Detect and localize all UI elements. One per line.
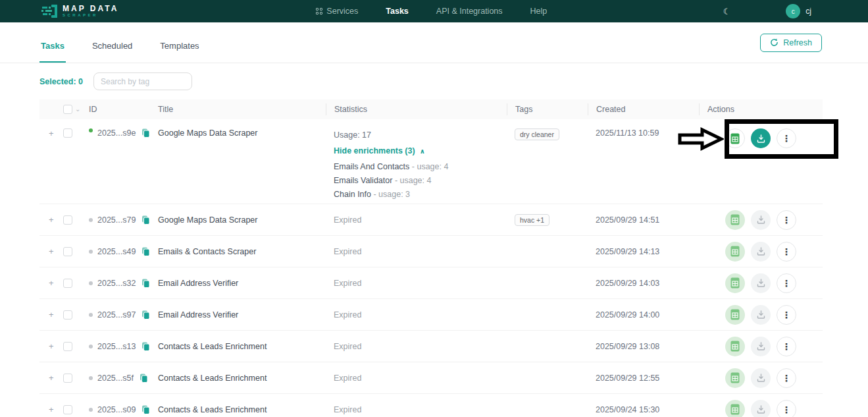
hide-enrichments-link[interactable]: Hide enrichments (3) ∧	[334, 144, 448, 158]
expand-row-button[interactable]: +	[39, 215, 54, 225]
dark-mode-moon-icon[interactable]: ☾	[723, 7, 731, 16]
created-date: 2025/11/13 10:59	[596, 128, 659, 138]
tab-templates[interactable]: Templates	[159, 41, 200, 63]
tag-badge[interactable]: hvac +1	[515, 214, 549, 226]
export-sheets-button[interactable]	[725, 305, 745, 325]
task-title[interactable]: Email Address Verifier	[158, 310, 238, 320]
copy-id-icon[interactable]	[141, 279, 150, 288]
expand-row-button[interactable]: +	[39, 373, 54, 383]
copy-id-icon[interactable]	[141, 405, 150, 414]
table-row[interactable]: + 2025...s32 Email Address Verifier Expi…	[39, 267, 823, 299]
task-title[interactable]: Contacts & Leads Enrichment	[158, 342, 267, 351]
row-checkbox[interactable]	[63, 247, 72, 256]
download-button[interactable]	[751, 305, 771, 325]
row-checkbox[interactable]	[63, 279, 72, 288]
table-row[interactable]: + 2025...s79 Google Maps Data Scraper Ex…	[39, 204, 823, 236]
row-actions: ⋮	[725, 128, 796, 148]
download-button[interactable]	[751, 210, 771, 230]
expand-row-button[interactable]: +	[39, 246, 54, 256]
download-button[interactable]	[751, 242, 771, 262]
download-button[interactable]	[751, 400, 771, 417]
tab-tasks[interactable]: Tasks	[39, 41, 66, 63]
app-header: MAP DATA SCRAPER Services Tasks API & In…	[0, 0, 868, 22]
export-sheets-button[interactable]	[725, 128, 745, 148]
user-menu[interactable]: c cj	[786, 4, 811, 18]
more-options-button[interactable]: ⋮	[777, 305, 796, 325]
column-header-title[interactable]: Title	[158, 105, 326, 114]
expand-row-button[interactable]: +	[39, 310, 54, 320]
nav-item-tasks[interactable]: Tasks	[386, 7, 409, 16]
row-checkbox[interactable]	[63, 374, 72, 383]
app-logo[interactable]: MAP DATA SCRAPER	[41, 4, 118, 18]
nav-item-help[interactable]: Help	[530, 7, 548, 16]
export-sheets-button[interactable]	[725, 368, 745, 388]
table-row[interactable]: + 2025...s13 Contacts & Leads Enrichment…	[39, 331, 823, 362]
more-options-button[interactable]: ⋮	[777, 337, 796, 356]
username: cj	[805, 7, 811, 16]
export-sheets-button[interactable]	[725, 210, 745, 230]
task-title[interactable]: Contacts & Leads Enrichment	[158, 374, 267, 383]
table-row[interactable]: + 2025...s5f Contacts & Leads Enrichment…	[39, 362, 823, 394]
task-title[interactable]: Google Maps Data Scraper	[158, 215, 257, 225]
download-button[interactable]	[751, 368, 771, 388]
more-options-button[interactable]: ⋮	[777, 273, 796, 293]
table-header-row: ⌄ ID Title Statistics Tags Created Actio…	[39, 99, 823, 119]
more-options-button[interactable]: ⋮	[777, 368, 796, 388]
copy-id-icon[interactable]	[141, 215, 150, 225]
copy-id-icon[interactable]	[141, 247, 150, 256]
export-sheets-button[interactable]	[725, 337, 745, 356]
more-options-button[interactable]: ⋮	[777, 210, 796, 230]
column-header-statistics[interactable]: Statistics	[326, 103, 507, 115]
row-checkbox[interactable]	[63, 128, 72, 138]
table-toolbar: Selected: 0	[0, 63, 868, 99]
refresh-icon	[770, 38, 779, 47]
export-sheets-button[interactable]	[725, 400, 745, 417]
status-dot	[89, 408, 93, 412]
task-id: 2025...s79	[97, 215, 136, 225]
more-options-button[interactable]: ⋮	[777, 400, 796, 417]
task-title[interactable]: Email Address Verifier	[158, 279, 238, 288]
column-header-tags[interactable]: Tags	[507, 103, 588, 115]
enrichment-item: Emails And Contacts - usage: 4	[334, 160, 448, 174]
table-row[interactable]: + 2025...s09 Contacts & Leads Enrichment…	[39, 394, 823, 417]
expand-row-button[interactable]: +	[39, 128, 54, 138]
avatar[interactable]: c	[786, 4, 800, 18]
services-grid-icon	[316, 8, 322, 14]
refresh-button[interactable]: Refresh	[760, 34, 822, 52]
task-title[interactable]: Google Maps Data Scraper	[158, 128, 257, 138]
chevron-down-icon[interactable]: ⌄	[75, 107, 80, 112]
expand-row-button[interactable]: +	[39, 278, 54, 288]
download-button[interactable]	[751, 337, 771, 356]
copy-id-icon[interactable]	[140, 374, 148, 383]
column-header-created[interactable]: Created	[588, 103, 699, 115]
tab-scheduled[interactable]: Scheduled	[91, 41, 134, 63]
search-input[interactable]	[93, 72, 192, 90]
column-header-id[interactable]: ID	[89, 105, 158, 114]
download-button[interactable]	[751, 128, 771, 148]
task-title[interactable]: Contacts & Leads Enrichment	[158, 405, 267, 414]
task-title[interactable]: Emails & Contacts Scraper	[158, 247, 256, 256]
copy-id-icon[interactable]	[141, 310, 150, 320]
table-row[interactable]: + 2025...s97 Email Address Verifier Expi…	[39, 299, 823, 331]
row-checkbox[interactable]	[63, 310, 72, 320]
more-options-button[interactable]: ⋮	[777, 128, 796, 148]
table-row[interactable]: + 2025...s9e Google Maps Data Scraper Us…	[39, 119, 823, 204]
copy-id-icon[interactable]	[141, 342, 150, 351]
row-checkbox[interactable]	[63, 342, 72, 351]
row-checkbox[interactable]	[63, 215, 72, 225]
created-date: 2025/09/29 12:55	[596, 374, 659, 383]
row-checkbox[interactable]	[63, 405, 72, 414]
table-row[interactable]: + 2025...s49 Emails & Contacts Scraper E…	[39, 236, 823, 267]
nav-item-api-integrations[interactable]: API & Integrations	[436, 7, 503, 16]
column-header-actions[interactable]: Actions	[699, 103, 823, 115]
more-options-button[interactable]: ⋮	[777, 242, 796, 262]
tag-badge[interactable]: dry cleaner	[515, 128, 559, 140]
expand-row-button[interactable]: +	[39, 341, 54, 351]
expand-row-button[interactable]: +	[39, 404, 54, 414]
export-sheets-button[interactable]	[725, 273, 745, 293]
nav-item-services[interactable]: Services	[316, 7, 358, 16]
select-all-checkbox[interactable]	[63, 105, 72, 114]
export-sheets-button[interactable]	[725, 242, 745, 262]
download-button[interactable]	[751, 273, 771, 293]
copy-id-icon[interactable]	[141, 128, 150, 138]
